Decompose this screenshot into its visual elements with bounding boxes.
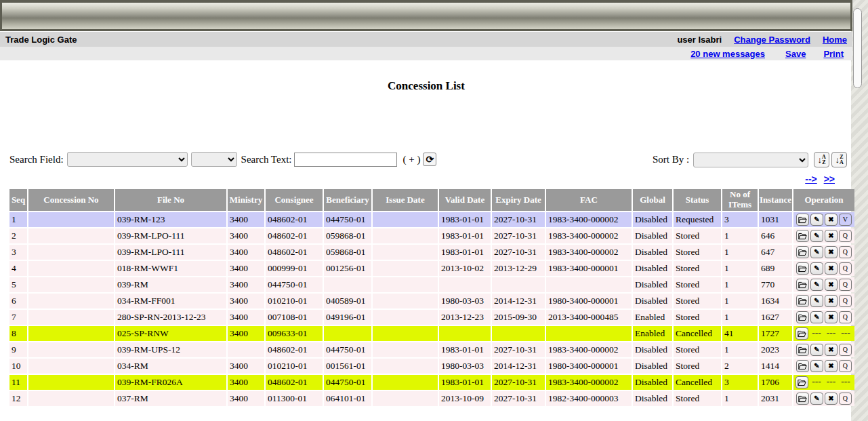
- open-button[interactable]: [796, 214, 809, 226]
- open-button[interactable]: [796, 295, 809, 307]
- open-button[interactable]: [796, 262, 809, 275]
- cell-fac: 1983-3400-000001: [546, 261, 632, 276]
- table-row[interactable]: 7280-SP-RN-2013-12-233400007108-01049196…: [9, 310, 854, 325]
- table-row[interactable]: 1039-RM-1233400048602-01044750-011983-01…: [9, 212, 854, 227]
- cell-beneficiary: 064101-01: [324, 391, 371, 406]
- open-button[interactable]: [796, 230, 809, 242]
- delete-button[interactable]: ✖: [825, 360, 838, 372]
- next-page-link[interactable]: -->: [805, 174, 817, 184]
- cell-concession-no: [28, 359, 114, 374]
- table-row[interactable]: 12037-RM3400011300-01064101-012013-10-09…: [9, 391, 854, 406]
- query-button[interactable]: Q: [839, 279, 852, 291]
- messages-link[interactable]: 20 new messages: [690, 49, 765, 59]
- cell-status: Stored: [674, 261, 721, 276]
- open-button[interactable]: [795, 376, 808, 388]
- add-criteria-label[interactable]: ( + ): [402, 154, 420, 165]
- open-button[interactable]: [796, 344, 809, 356]
- cell-beneficiary: 001256-01: [324, 261, 371, 276]
- table-row[interactable]: 11039-RM-FR026A3400048602-01044750-01198…: [9, 375, 854, 390]
- query-button[interactable]: Q: [839, 393, 852, 405]
- delete-button[interactable]: ✖: [825, 246, 838, 258]
- query-button[interactable]: Q: [839, 246, 852, 258]
- cell-file-no: 018-RM-WWF1: [115, 261, 226, 276]
- table-row[interactable]: 5039-RM3400044750-01DisabledStored1770✎✖…: [9, 277, 854, 292]
- cell-global: Disabled: [633, 375, 672, 390]
- sort-ascending-button[interactable]: ↓ AZ: [814, 152, 829, 167]
- save-link[interactable]: Save: [785, 49, 806, 59]
- table-row[interactable]: 2039-RM-LPO-1113400048602-01059868-01198…: [9, 228, 854, 243]
- cell-seq: 5: [9, 277, 27, 292]
- change-password-link[interactable]: Change Password: [734, 35, 810, 45]
- print-link[interactable]: Print: [823, 49, 844, 59]
- delete-button[interactable]: ✖: [825, 344, 838, 356]
- open-button[interactable]: [796, 393, 809, 405]
- edit-button[interactable]: ✎: [810, 246, 823, 258]
- open-button[interactable]: [796, 279, 809, 291]
- edit-button[interactable]: ✎: [810, 344, 823, 356]
- last-page-link[interactable]: >>: [824, 174, 835, 184]
- cell-valid-date: 1983-01-01: [439, 212, 491, 227]
- cell-beneficiary: 044750-01: [324, 375, 371, 390]
- edit-button[interactable]: ✎: [810, 311, 823, 323]
- sort-descending-button[interactable]: ↓ ZA: [831, 152, 847, 167]
- cell-fac: 2013-3400-000485: [546, 310, 632, 325]
- open-button[interactable]: [796, 360, 809, 372]
- home-link[interactable]: Home: [823, 35, 847, 45]
- delete-button[interactable]: ✖: [825, 295, 838, 307]
- query-button[interactable]: Q: [839, 311, 852, 323]
- delete-button[interactable]: ✖: [825, 230, 838, 242]
- open-button[interactable]: [796, 311, 809, 323]
- scrollbar-thumb[interactable]: [853, 8, 862, 88]
- table-row[interactable]: 10034-RM3400010210-01001561-011980-03-03…: [9, 359, 854, 374]
- refresh-button[interactable]: ⟳: [423, 153, 436, 166]
- cell-consignee: 011300-01: [266, 391, 323, 406]
- cell-global: Disabled: [633, 245, 672, 260]
- cell-issue-date: [373, 375, 438, 390]
- pencil-icon: ✎: [814, 395, 819, 402]
- column-header: Concession No: [28, 189, 114, 211]
- search-input[interactable]: [294, 153, 397, 167]
- open-button[interactable]: [795, 327, 808, 340]
- delete-button[interactable]: ✖: [825, 214, 838, 226]
- delete-button[interactable]: ✖: [825, 279, 838, 291]
- edit-button[interactable]: ✎: [810, 279, 823, 291]
- query-button[interactable]: Q: [839, 360, 852, 372]
- query-button[interactable]: Q: [839, 295, 852, 307]
- table-row[interactable]: 4018-RM-WWF13400000999-01001256-012013-1…: [9, 261, 854, 276]
- delete-button[interactable]: ✖: [825, 262, 838, 275]
- search-operator-select[interactable]: [191, 152, 237, 167]
- x-icon: ✖: [828, 362, 833, 369]
- top-chrome-bar: [0, 0, 852, 31]
- open-button[interactable]: [796, 246, 809, 258]
- cell-file-no: 039-RM-LPO-111: [115, 228, 226, 243]
- edit-button[interactable]: ✎: [810, 360, 823, 372]
- sort-by-select[interactable]: [693, 153, 808, 167]
- query-button[interactable]: Q: [839, 344, 852, 356]
- cell-status: Stored: [674, 245, 721, 260]
- cell-issue-date: [373, 391, 438, 406]
- delete-button[interactable]: ✖: [825, 393, 838, 405]
- search-field-select[interactable]: [67, 152, 188, 167]
- query-button[interactable]: Q: [839, 262, 852, 275]
- app-title: Trade Logic Gate: [5, 35, 77, 45]
- delete-button[interactable]: ✖: [825, 311, 838, 323]
- table-row[interactable]: 3039-RM-LPO-1113400048602-01059868-01198…: [9, 245, 854, 260]
- cell-valid-date: 1980-03-03: [439, 359, 491, 374]
- edit-button[interactable]: ✎: [810, 393, 823, 405]
- cell-seq: 12: [9, 391, 27, 406]
- cell-beneficiary: 049196-01: [324, 310, 371, 325]
- edit-button[interactable]: ✎: [810, 295, 823, 307]
- table-row[interactable]: 9039-RM-UPS-12048602-01044750-011983-01-…: [9, 342, 854, 357]
- query-button[interactable]: Q: [839, 230, 852, 242]
- table-row[interactable]: 6034-RM-FF0013400010210-01040589-011980-…: [9, 294, 854, 308]
- edit-button[interactable]: ✎: [810, 262, 823, 275]
- cell-valid-date: [439, 277, 491, 292]
- view-button[interactable]: V: [839, 214, 852, 226]
- cell-status: Stored: [674, 391, 721, 406]
- cell-file-no: 039-RM: [115, 277, 226, 292]
- table-row[interactable]: 8025-SP-RNW3400009633-01EnabledCancelled…: [9, 326, 854, 341]
- operation-disabled-dash: ---: [812, 327, 821, 338]
- edit-button[interactable]: ✎: [810, 214, 823, 226]
- edit-button[interactable]: ✎: [810, 230, 823, 242]
- cell-global: Disabled: [633, 359, 672, 374]
